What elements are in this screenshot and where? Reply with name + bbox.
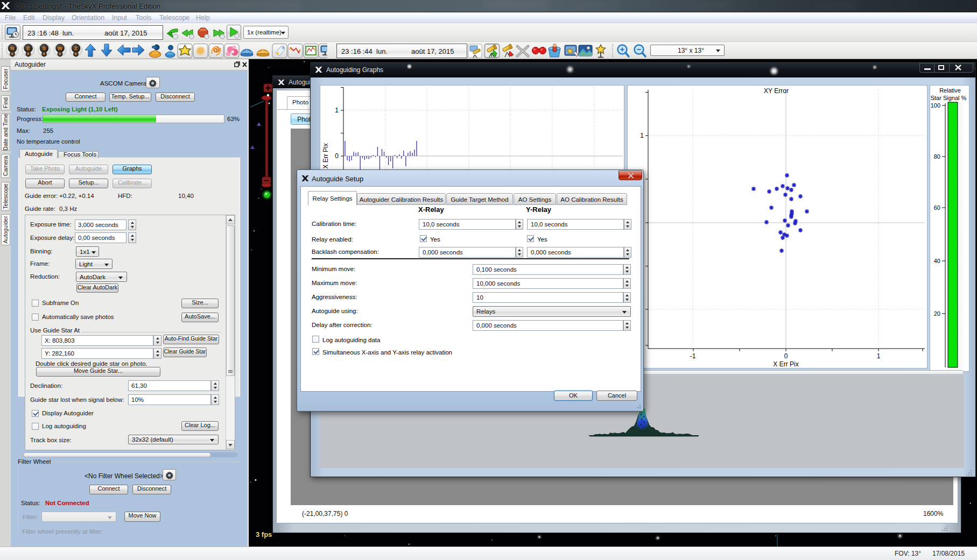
svg-text:Telescope: Telescope: [2, 183, 9, 209]
svg-text:Autoguider: Autoguider: [2, 216, 9, 243]
svg-text:Relative: Relative: [939, 87, 961, 94]
svg-text:W: W: [58, 45, 62, 51]
svg-text:0: 0: [335, 152, 339, 160]
svg-text:60: 60: [934, 204, 940, 211]
svg-text:Camera: Camera: [2, 156, 9, 176]
svg-text:1: 1: [640, 132, 644, 139]
svg-text:XY Error: XY Error: [764, 87, 789, 95]
svg-text:S: S: [43, 45, 46, 51]
svg-text:N: N: [11, 45, 15, 51]
svg-text:Star Signal %: Star Signal %: [931, 95, 967, 101]
svg-text:Z: Z: [74, 45, 78, 51]
svg-text:X Err Pix: X Err Pix: [773, 360, 798, 368]
svg-text:100: 100: [931, 102, 940, 109]
svg-text:40: 40: [934, 258, 940, 264]
svg-text:E: E: [26, 45, 30, 51]
svg-text:Focuser: Focuser: [2, 68, 9, 89]
svg-text:80: 80: [934, 153, 940, 160]
svg-text:1: 1: [877, 352, 881, 360]
svg-text:20: 20: [934, 310, 940, 317]
svg-text:Date and Time: Date and Time: [2, 114, 9, 150]
svg-text:-1: -1: [690, 352, 696, 360]
svg-text:0: 0: [784, 352, 788, 360]
svg-text:X Err Pix: X Err Pix: [322, 143, 329, 168]
svg-text:Find: Find: [2, 97, 9, 109]
svg-text:1: 1: [335, 107, 339, 114]
